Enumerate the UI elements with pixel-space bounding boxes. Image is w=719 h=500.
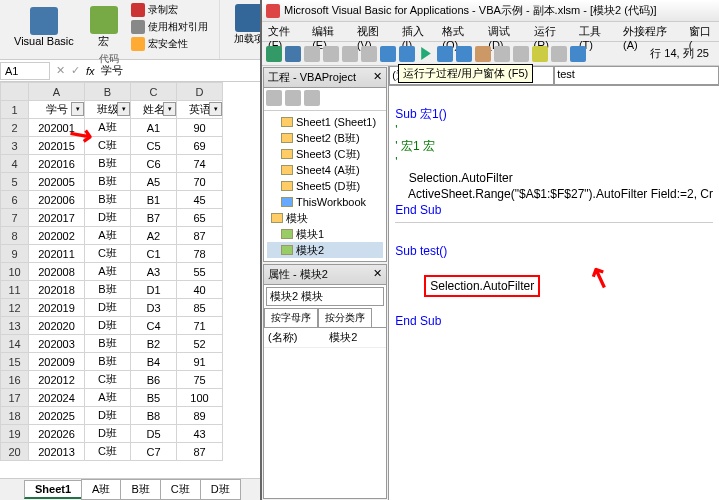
tree-sheet[interactable]: Sheet5 (D班) [267,178,383,194]
cell[interactable]: 85 [177,299,223,317]
cell[interactable]: B班 [85,281,131,299]
table-row[interactable]: 14202003B班B252 [1,335,223,353]
table-row[interactable]: 2202001A班A190 [1,119,223,137]
help-icon[interactable] [570,46,586,62]
table-row[interactable]: 18202025D班B889 [1,407,223,425]
view-excel-icon[interactable] [266,46,282,62]
menu-view[interactable]: 视图(V) [357,24,392,39]
cell[interactable]: B班 [85,335,131,353]
cell[interactable]: 202026 [29,425,85,443]
col-header-a[interactable]: A [29,83,85,101]
cell[interactable]: 90 [177,119,223,137]
header-cell[interactable]: 英语▾ [177,101,223,119]
cell[interactable]: B5 [131,389,177,407]
cell[interactable]: A班 [85,263,131,281]
fx-icon[interactable]: fx [86,65,95,77]
cell[interactable]: B班 [85,173,131,191]
code-editor[interactable]: Sub 宏1() ' ' 宏1 宏 ' Selection.AutoFilter… [389,86,719,500]
table-row[interactable]: 19202026D班D543 [1,425,223,443]
table-row[interactable]: 9202011C班C178 [1,245,223,263]
cell[interactable]: C5 [131,137,177,155]
filter-button[interactable]: ▾ [163,102,176,116]
visual-basic-button[interactable]: Visual Basic [8,5,80,49]
cell[interactable]: 202024 [29,389,85,407]
row-header[interactable]: 1 [1,101,29,119]
cell[interactable]: 45 [177,191,223,209]
cell[interactable]: B1 [131,191,177,209]
row-header[interactable]: 7 [1,209,29,227]
cell[interactable]: 100 [177,389,223,407]
prop-object-combo[interactable]: 模块2 模块 [266,287,384,306]
cell[interactable]: B4 [131,353,177,371]
table-row[interactable]: 7202017D班B765 [1,209,223,227]
cell[interactable]: 202012 [29,371,85,389]
record-macro-button[interactable]: 录制宏 [128,2,211,18]
cell[interactable]: A5 [131,173,177,191]
prop-value[interactable]: 模块2 [325,328,386,347]
filter-button[interactable]: ▾ [71,102,84,116]
table-row[interactable]: 3202015C班C569 [1,137,223,155]
fx-cancel[interactable]: ✕ [56,64,65,77]
save-icon[interactable] [285,46,301,62]
cell[interactable]: B7 [131,209,177,227]
cell[interactable]: 202005 [29,173,85,191]
break-icon[interactable] [437,46,453,62]
row-header[interactable]: 16 [1,371,29,389]
tree-sheet[interactable]: Sheet2 (B班) [267,130,383,146]
toolbox-icon[interactable] [551,46,567,62]
props-icon[interactable] [513,46,529,62]
table-row[interactable]: 12202019D班D385 [1,299,223,317]
cell[interactable]: 202016 [29,155,85,173]
tree-workbook[interactable]: ThisWorkbook [267,194,383,210]
sheet-tab[interactable]: Sheet1 [24,480,82,499]
close-icon[interactable]: ✕ [373,267,382,282]
cell[interactable]: 70 [177,173,223,191]
cell[interactable]: 202009 [29,353,85,371]
sheet-tab[interactable]: A班 [81,479,121,500]
cell[interactable]: B2 [131,335,177,353]
row-header[interactable]: 5 [1,173,29,191]
tree-sheet[interactable]: Sheet4 (A班) [267,162,383,178]
cell[interactable]: D班 [85,209,131,227]
cell[interactable]: 202017 [29,209,85,227]
col-header-b[interactable]: B [85,83,131,101]
run-icon[interactable] [418,46,434,62]
header-cell[interactable]: 班级▾ [85,101,131,119]
undo-icon[interactable] [380,46,396,62]
cell[interactable]: 69 [177,137,223,155]
sheet-tab[interactable]: B班 [120,479,160,500]
tree-module[interactable]: 模块1 [267,226,383,242]
macros-button[interactable]: 宏 [84,4,124,51]
cell[interactable]: 202006 [29,191,85,209]
menu-run[interactable]: 运行(R) [534,24,569,39]
cell[interactable]: 202003 [29,335,85,353]
col-header-c[interactable]: C [131,83,177,101]
filter-button[interactable]: ▾ [209,102,222,116]
cell[interactable]: B6 [131,371,177,389]
menu-window[interactable]: 窗口( [689,24,713,39]
cell[interactable]: A1 [131,119,177,137]
cell[interactable]: C班 [85,371,131,389]
cell[interactable]: 78 [177,245,223,263]
cell[interactable]: 71 [177,317,223,335]
cell[interactable]: D班 [85,317,131,335]
cell[interactable]: C4 [131,317,177,335]
tree-sheet[interactable]: Sheet3 (C班) [267,146,383,162]
prop-row[interactable]: (名称) 模块2 [264,328,386,348]
name-box[interactable] [0,62,50,80]
copy-icon[interactable] [323,46,339,62]
cell[interactable]: 74 [177,155,223,173]
cell[interactable]: 91 [177,353,223,371]
cell[interactable]: 202008 [29,263,85,281]
folder-icon[interactable] [304,90,320,106]
row-header[interactable]: 20 [1,443,29,461]
project-tree[interactable]: Sheet1 (Sheet1) Sheet2 (B班) Sheet3 (C班) … [264,111,386,261]
proc-dropdown[interactable]: test [554,66,719,85]
view-obj-icon[interactable] [285,90,301,106]
table-row[interactable]: 10202008A班A355 [1,263,223,281]
row-header[interactable]: 3 [1,137,29,155]
cell[interactable]: C6 [131,155,177,173]
table-row[interactable]: 13202020D班C471 [1,317,223,335]
cell[interactable]: A3 [131,263,177,281]
cell[interactable]: D班 [85,299,131,317]
